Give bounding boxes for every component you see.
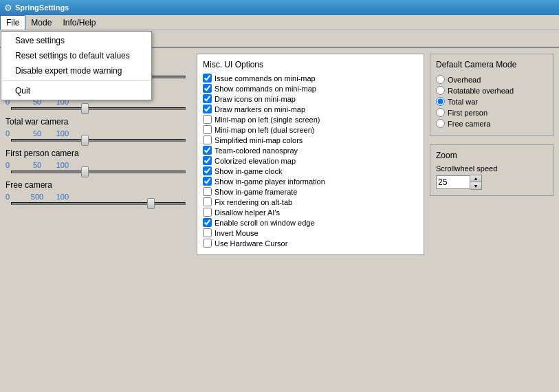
checkbox-row-colorized-elev: Colorized elevation map (203, 156, 418, 165)
totalwar-thumb[interactable] (81, 135, 89, 146)
free-slider-row: 0 500 100 (6, 193, 191, 201)
right-panel: Default Camera Mode OverheadRotatable ov… (430, 54, 553, 386)
checkbox-label-show-mini-map: Show commands on mini-map (215, 85, 316, 93)
radio-totalwar[interactable] (436, 97, 445, 106)
checkbox-row-enable-scroll: Enable scroll on window edge (203, 218, 418, 227)
totalwar-slider[interactable] (6, 139, 191, 142)
radio-row-totalwar: Total war (436, 97, 547, 106)
checkbox-use-hardware-cursor[interactable] (203, 239, 212, 248)
checkbox-label-mini-map-left-single: Mini-map on left (single screen) (215, 116, 320, 124)
firstperson-thumb[interactable] (81, 166, 89, 177)
spinbox-down-button[interactable]: ▼ (470, 182, 481, 189)
free-track[interactable] (11, 202, 186, 205)
checkbox-row-team-colored: Team-colored nanospray (203, 146, 418, 155)
checkbox-team-colored[interactable] (203, 146, 212, 155)
checkbox-row-mini-map-left-dual: Mini-map on left (dual screen) (203, 125, 418, 134)
app-title: SpringSettings (15, 3, 69, 12)
checkbox-row-issue-mini-map: Issue commands on mini-map (203, 74, 418, 83)
firstperson-camera-label: First person camera (6, 149, 191, 158)
checkbox-show-framerate[interactable] (203, 187, 212, 196)
checkbox-label-show-clock: Show in-game clock (215, 167, 282, 175)
radio-overhead[interactable] (436, 75, 445, 84)
menu-info[interactable]: Info/Help (57, 15, 101, 30)
camera-mode-title: Default Camera Mode (436, 60, 547, 69)
file-dropdown-menu: Save settings Reset settings to default … (1, 31, 152, 100)
checkbox-draw-markers[interactable] (203, 105, 212, 113)
checkbox-label-show-framerate: Show in-game framerate (215, 188, 297, 196)
firstperson-camera-section: First person camera 0 50 100 (6, 149, 191, 173)
firstperson-max: 100 (50, 161, 69, 169)
menu-separator (3, 80, 150, 81)
radio-free[interactable] (436, 119, 445, 128)
spinbox-up-button[interactable]: ▲ (470, 175, 481, 182)
rotatable-slider[interactable] (6, 107, 191, 110)
title-bar: ⚙ SpringSettings (0, 0, 559, 15)
radio-label-overhead: Overhead (448, 76, 481, 84)
checkbox-row-use-hardware-cursor: Use Hardware Cursor (203, 239, 418, 248)
checkbox-label-disallow-helper: Disallow helper AI's (215, 208, 280, 217)
totalwar-max: 100 (50, 129, 69, 138)
radio-row-firstperson: First person (436, 108, 547, 117)
firstperson-mid: 50 (28, 161, 47, 169)
menu-disable-warning[interactable]: Disable expert mode warning (1, 63, 151, 78)
firstperson-slider[interactable] (6, 171, 191, 173)
radio-label-totalwar: Total war (448, 98, 478, 106)
rotatable-track[interactable] (11, 107, 186, 110)
middle-panel: Misc. UI Options Issue commands on mini-… (197, 54, 424, 386)
menu-save-settings[interactable]: Save settings (1, 33, 151, 48)
free-max: 100 (50, 193, 69, 201)
totalwar-track[interactable] (11, 139, 186, 142)
checkbox-disallow-helper[interactable] (203, 208, 212, 217)
checkbox-issue-mini-map[interactable] (203, 74, 212, 83)
menu-file[interactable]: File Save settings Reset settings to def… (0, 15, 25, 30)
firstperson-track[interactable] (11, 171, 186, 173)
app-icon: ⚙ (4, 3, 12, 13)
checkbox-label-use-hardware-cursor: Use Hardware Cursor (215, 239, 287, 248)
free-camera-section: Free camera 0 500 100 (6, 180, 191, 205)
checkbox-label-invert-mouse: Invert Mouse (215, 229, 259, 237)
zoom-title: Zoom (436, 151, 547, 160)
checkbox-row-show-mini-map: Show commands on mini-map (203, 84, 418, 93)
checkbox-show-mini-map[interactable] (203, 84, 212, 93)
totalwar-min: 0 (6, 129, 25, 138)
totalwar-camera-section: Total war camera 0 50 100 (6, 117, 191, 142)
checkbox-label-colorized-elev: Colorized elevation map (215, 157, 296, 165)
free-thumb[interactable] (147, 198, 155, 209)
checkbox-mini-map-left-dual[interactable] (203, 125, 212, 134)
free-slider[interactable] (6, 202, 191, 205)
checkbox-label-draw-markers: Draw markers on mini-map (215, 105, 305, 113)
scrollwheel-label: Scrollwheel speed (436, 164, 547, 173)
checkbox-row-fix-rendering: Fix rendering on alt-tab (203, 197, 418, 206)
checkbox-row-disallow-helper: Disallow helper AI's (203, 208, 418, 217)
radio-label-rotatable: Rotatable overhead (448, 87, 514, 95)
checkbox-label-draw-icons: Draw icons on mini-map (215, 95, 296, 103)
checkbox-row-invert-mouse: Invert Mouse (203, 228, 418, 237)
firstperson-min: 0 (6, 161, 25, 169)
menu-quit[interactable]: Quit (1, 83, 151, 98)
checkbox-colorized-elev[interactable] (203, 156, 212, 165)
checkbox-label-enable-scroll: Enable scroll on window edge (215, 219, 315, 227)
totalwar-camera-label: Total war camera (6, 117, 191, 127)
checkbox-draw-icons[interactable] (203, 94, 212, 103)
firstperson-slider-row: 0 50 100 (6, 161, 191, 169)
radio-firstperson[interactable] (436, 108, 445, 117)
radio-rotatable[interactable] (436, 86, 445, 95)
checkbox-show-clock[interactable] (203, 166, 212, 175)
zoom-box: Zoom Scrollwheel speed ▲ ▼ (430, 144, 553, 196)
checkbox-label-fix-rendering: Fix rendering on alt-tab (215, 198, 292, 206)
checkbox-fix-rendering[interactable] (203, 197, 212, 206)
menu-reset-settings[interactable]: Reset settings to default values (1, 48, 151, 63)
checkbox-mini-map-left-single[interactable] (203, 115, 212, 124)
checkbox-show-player-info[interactable] (203, 177, 212, 186)
radio-container: OverheadRotatable overheadTotal warFirst… (436, 75, 547, 128)
radio-row-rotatable: Rotatable overhead (436, 86, 547, 95)
checkbox-enable-scroll[interactable] (203, 218, 212, 227)
checkbox-simplified-colors[interactable] (203, 135, 212, 144)
menu-mode[interactable]: Mode (25, 15, 57, 30)
scrollwheel-input[interactable] (436, 175, 470, 189)
checkbox-row-draw-icons: Draw icons on mini-map (203, 94, 418, 103)
free-mid: 500 (28, 193, 47, 201)
checkbox-invert-mouse[interactable] (203, 228, 212, 237)
spinbox-row: ▲ ▼ (436, 175, 547, 190)
rotatable-thumb[interactable] (81, 103, 89, 114)
